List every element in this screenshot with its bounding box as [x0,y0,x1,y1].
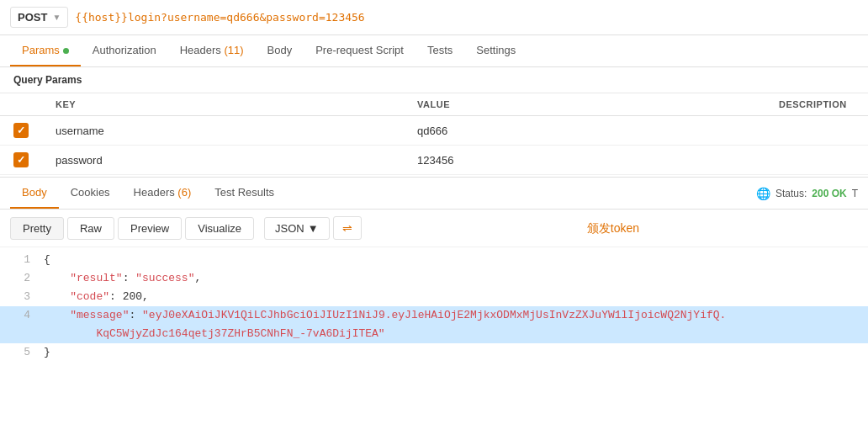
method-select[interactable]: POST ▼ [10,7,68,28]
chevron-down-icon: ▼ [308,222,319,235]
col-description: DESCRIPTION [765,93,868,116]
line-num-2: 2 [10,269,44,288]
col-key: KEY [42,93,404,116]
json-content-3: "code": 200, [44,288,149,306]
tab-response-body[interactable]: Body [10,178,59,209]
json-line-5: 5 } [0,343,868,362]
tab-pre-request-script[interactable]: Pre-request Script [304,35,415,66]
raw-button[interactable]: Raw [67,217,114,240]
status-area: 🌐 Status: 200 OK T [756,187,858,200]
row1-key[interactable]: username [42,116,404,146]
chevron-down-icon: ▼ [52,13,61,22]
tab-tests[interactable]: Tests [415,35,464,66]
tab-authorization[interactable]: Authorization [81,35,168,66]
line-num-1: 1 [10,251,44,269]
json-response-body: 1 { 2 "result": "success", 3 "code": 200… [0,247,868,366]
tab-headers[interactable]: Headers (11) [168,35,256,66]
table-row: password 123456 [0,146,868,175]
line-num-4: 4 [10,306,44,343]
method-label: POST [18,11,47,24]
tab-settings[interactable]: Settings [464,35,527,66]
params-dot [63,48,69,54]
globe-icon: 🌐 [756,187,770,200]
url-input[interactable] [75,11,858,24]
col-checkbox [0,93,42,116]
wrap-button[interactable]: ⇌ [333,216,362,240]
row1-checkbox[interactable] [13,123,29,138]
row2-value[interactable]: 123456 [404,146,765,175]
line-num-5: 5 [10,343,44,362]
preview-button[interactable]: Preview [118,217,182,240]
row2-checkbox[interactable] [13,152,29,167]
col-value: VALUE [404,93,765,116]
status-label: Status: [775,188,807,199]
tab-test-results[interactable]: Test Results [203,178,286,209]
json-content-5: } [44,343,50,362]
line-num-3: 3 [10,288,44,306]
status-value: 200 OK [812,188,846,199]
tab-response-headers[interactable]: Headers (6) [122,178,204,209]
annotation-label: 颁发token [587,221,639,236]
visualize-button[interactable]: Visualize [185,217,254,240]
json-format-select[interactable]: JSON ▼ [264,217,330,240]
format-toolbar: Pretty Raw Preview Visualize JSON ▼ ⇌ 颁发… [0,210,868,247]
json-line-4: 4 "message": "eyJ0eXAiOiJKV1QiLCJhbGciOi… [0,306,868,343]
url-bar: POST ▼ [0,0,868,35]
pretty-button[interactable]: Pretty [10,217,64,240]
row1-description [765,116,868,146]
response-tabs: Body Cookies Headers (6) Test Results 🌐 … [0,177,868,210]
table-row: username qd666 [0,116,868,146]
row1-value[interactable]: qd666 [404,116,765,146]
json-content-2: "result": "success", [44,269,201,288]
tab-body[interactable]: Body [256,35,304,66]
tab-cookies[interactable]: Cookies [59,178,122,209]
wrap-lines-icon: ⇌ [342,221,352,235]
json-line-1: 1 { [0,251,868,269]
query-params-header: Query Params [0,67,868,93]
tab-params[interactable]: Params [10,35,81,66]
row2-key[interactable]: password [42,146,404,175]
json-line-2: 2 "result": "success", [0,269,868,288]
json-content-4: "message": "eyJ0eXAiOiJKV1QiLCJhbGciOiJI… [44,306,726,343]
status-short: T [852,188,858,199]
request-tabs: Params Authorization Headers (11) Body P… [0,35,868,67]
params-table: KEY VALUE DESCRIPTION username qd666 pas… [0,93,868,175]
json-content-1: { [44,251,50,269]
json-line-3: 3 "code": 200, [0,288,868,306]
row2-description [765,146,868,175]
